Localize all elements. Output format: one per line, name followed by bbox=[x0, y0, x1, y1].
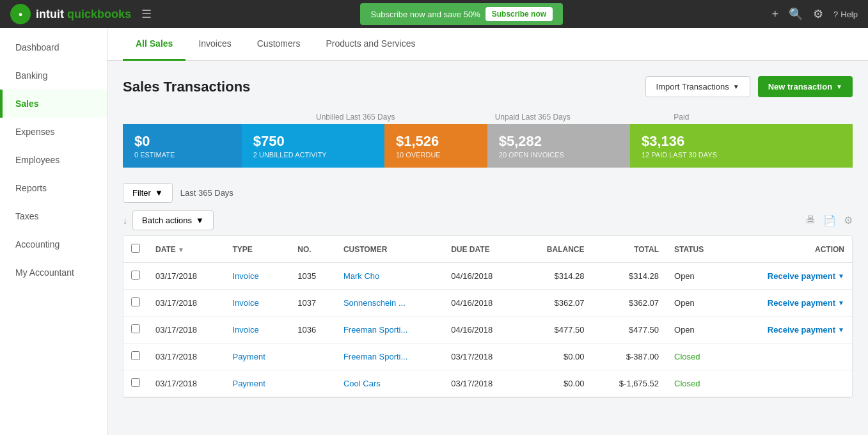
row-total: $477.50 bbox=[592, 317, 667, 344]
add-icon[interactable]: + bbox=[772, 8, 779, 21]
row-total: $314.28 bbox=[592, 263, 667, 290]
paid-amount: $3,136 bbox=[642, 133, 841, 150]
date-sort-icon: ▼ bbox=[178, 246, 184, 253]
filter-period-label: Last 365 Days bbox=[180, 188, 233, 198]
col-balance[interactable]: BALANCE bbox=[521, 236, 592, 263]
col-action: ACTION bbox=[727, 236, 852, 263]
row-type[interactable]: Invoice bbox=[225, 290, 290, 317]
row-status: Closed bbox=[667, 344, 727, 370]
row-balance: $314.28 bbox=[521, 263, 592, 290]
col-customer[interactable]: CUSTOMER bbox=[336, 236, 443, 263]
summary-card-paid[interactable]: $3,136 12 PAID LAST 30 DAYS bbox=[630, 124, 853, 168]
row-customer[interactable]: Mark Cho bbox=[336, 263, 443, 290]
row-status: Open bbox=[667, 317, 727, 344]
sidebar-item-taxes[interactable]: Taxes bbox=[0, 202, 107, 230]
sidebar-item-my-accountant[interactable]: My Accountant bbox=[0, 258, 107, 287]
row-checkbox-cell bbox=[123, 344, 148, 370]
new-transaction-dropdown-arrow: ▼ bbox=[836, 83, 842, 90]
logo-text: intuit quickbooks bbox=[36, 8, 131, 21]
logo-icon: ● bbox=[10, 4, 31, 24]
print-icon[interactable]: 🖶 bbox=[805, 214, 816, 226]
help-button[interactable]: ? Help bbox=[833, 10, 858, 19]
row-type[interactable]: Payment bbox=[225, 344, 290, 370]
col-total[interactable]: TOTAL bbox=[592, 236, 667, 263]
tab-customers[interactable]: Customers bbox=[244, 28, 313, 61]
table-row: 03/17/2018 Payment Cool Cars 03/17/2018 … bbox=[123, 370, 852, 397]
row-checkbox[interactable] bbox=[131, 378, 140, 387]
sidebar-item-sales[interactable]: Sales bbox=[0, 90, 107, 118]
row-type[interactable]: Payment bbox=[225, 370, 290, 397]
sidebar-item-expenses[interactable]: Expenses bbox=[0, 118, 107, 146]
row-date: 03/17/2018 bbox=[148, 344, 225, 370]
tab-bar: All Sales Invoices Customers Products an… bbox=[107, 28, 868, 61]
search-icon[interactable]: 🔍 bbox=[789, 7, 803, 21]
col-due-date[interactable]: DUE DATE bbox=[443, 236, 520, 263]
export-icon[interactable]: 📄 bbox=[823, 214, 836, 226]
row-action-cell: Receive payment ▼ bbox=[727, 290, 852, 317]
summary-card-unbilled[interactable]: $750 2 UNBILLED ACTIVITY bbox=[242, 124, 384, 168]
subscribe-now-button[interactable]: Subscribe now bbox=[485, 7, 553, 21]
receive-payment-button[interactable]: Receive payment ▼ bbox=[735, 325, 844, 335]
col-date[interactable]: DATE ▼ bbox=[148, 236, 225, 263]
table-row: 03/17/2018 Invoice 1035 Mark Cho 04/16/2… bbox=[123, 263, 852, 290]
page-title: Sales Transactions bbox=[123, 79, 250, 95]
header-actions: Import Transactions ▼ New transaction ▼ bbox=[645, 76, 853, 97]
filter-dropdown-icon: ▼ bbox=[155, 188, 163, 198]
row-checkbox[interactable] bbox=[131, 351, 140, 360]
row-total: $-387.00 bbox=[592, 344, 667, 370]
row-balance: $0.00 bbox=[521, 344, 592, 370]
batch-actions-button[interactable]: Batch actions ▼ bbox=[132, 210, 214, 230]
col-no[interactable]: NO. bbox=[290, 236, 336, 263]
sidebar-item-reports[interactable]: Reports bbox=[0, 174, 107, 202]
sidebar-item-banking[interactable]: Banking bbox=[0, 61, 107, 90]
logo[interactable]: ● intuit quickbooks bbox=[10, 4, 131, 24]
main-layout: Dashboard Banking Sales Expenses Employe… bbox=[0, 28, 868, 435]
col-type[interactable]: TYPE bbox=[225, 236, 290, 263]
sort-icon[interactable]: ↓ bbox=[123, 216, 127, 226]
row-checkbox[interactable] bbox=[131, 324, 140, 333]
settings-icon[interactable]: ⚙ bbox=[844, 214, 853, 226]
summary-cards: $0 0 ESTIMATE $750 2 UNBILLED ACTIVITY $… bbox=[123, 124, 853, 168]
tab-invoices[interactable]: Invoices bbox=[185, 28, 244, 61]
overdue-amount: $1,526 bbox=[396, 133, 476, 150]
row-type[interactable]: Invoice bbox=[225, 263, 290, 290]
col-status[interactable]: STATUS bbox=[667, 236, 727, 263]
row-type[interactable]: Invoice bbox=[225, 317, 290, 344]
row-checkbox[interactable] bbox=[131, 297, 140, 306]
sidebar-item-employees[interactable]: Employees bbox=[0, 146, 107, 174]
gear-icon[interactable]: ⚙ bbox=[813, 7, 823, 21]
receive-payment-button[interactable]: Receive payment ▼ bbox=[735, 298, 844, 308]
row-due-date: 04/16/2018 bbox=[443, 290, 520, 317]
row-customer[interactable]: Sonnenschein ... bbox=[336, 290, 443, 317]
summary-card-overdue[interactable]: $1,526 10 OVERDUE bbox=[384, 124, 487, 168]
estimate-sub: 0 ESTIMATE bbox=[134, 151, 230, 159]
import-transactions-button[interactable]: Import Transactions ▼ bbox=[645, 76, 750, 97]
row-date: 03/17/2018 bbox=[148, 317, 225, 344]
table-row: 03/17/2018 Invoice 1037 Sonnenschein ...… bbox=[123, 290, 852, 317]
receive-payment-button[interactable]: Receive payment ▼ bbox=[735, 271, 844, 281]
row-due-date: 04/16/2018 bbox=[443, 263, 520, 290]
row-checkbox-cell bbox=[123, 263, 148, 290]
tab-all-sales[interactable]: All Sales bbox=[123, 28, 185, 61]
new-transaction-button[interactable]: New transaction ▼ bbox=[758, 76, 853, 97]
summary-card-estimate[interactable]: $0 0 ESTIMATE bbox=[123, 124, 242, 168]
row-customer[interactable]: Cool Cars bbox=[336, 370, 443, 397]
unpaid-label: Unpaid Last 365 Days bbox=[495, 113, 674, 122]
row-action-cell: Receive payment ▼ bbox=[727, 317, 852, 344]
help-circle-icon: ? bbox=[833, 10, 838, 19]
logo-icon-text: ● bbox=[19, 10, 23, 18]
sidebar-item-dashboard[interactable]: Dashboard bbox=[0, 33, 107, 61]
paid-label: Paid bbox=[674, 113, 853, 122]
open-invoices-sub: 20 OPEN INVOICES bbox=[499, 151, 619, 159]
unbilled-sub: 2 UNBILLED ACTIVITY bbox=[253, 151, 373, 159]
row-checkbox[interactable] bbox=[131, 271, 140, 280]
row-no: 1035 bbox=[290, 263, 336, 290]
row-customer[interactable]: Freeman Sporti... bbox=[336, 317, 443, 344]
summary-card-open-invoices[interactable]: $5,282 20 OPEN INVOICES bbox=[487, 124, 630, 168]
hamburger-icon[interactable]: ☰ bbox=[141, 7, 152, 21]
sidebar-item-accounting[interactable]: Accounting bbox=[0, 230, 107, 258]
select-all-checkbox[interactable] bbox=[131, 244, 140, 253]
filter-button[interactable]: Filter ▼ bbox=[123, 183, 173, 203]
row-customer[interactable]: Freeman Sporti... bbox=[336, 344, 443, 370]
tab-products-services[interactable]: Products and Services bbox=[313, 28, 428, 61]
